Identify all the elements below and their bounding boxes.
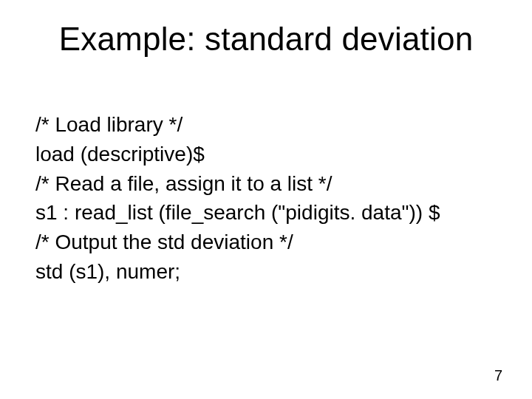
- code-line: /* Load library */: [35, 111, 497, 139]
- code-line: /* Read a file, assign it to a list */: [35, 170, 497, 198]
- code-line: s1 : read_list (file_search ("pidigits. …: [35, 199, 497, 227]
- code-line: std (s1), numer;: [35, 258, 497, 286]
- code-line: load (descriptive)$: [35, 140, 497, 168]
- slide-body: /* Load library */ load (descriptive)$ /…: [35, 111, 497, 287]
- slide: Example: standard deviation /* Load libr…: [0, 0, 532, 399]
- page-number: 7: [494, 367, 502, 384]
- slide-title: Example: standard deviation: [0, 21, 532, 58]
- code-line: /* Output the std deviation */: [35, 228, 497, 256]
